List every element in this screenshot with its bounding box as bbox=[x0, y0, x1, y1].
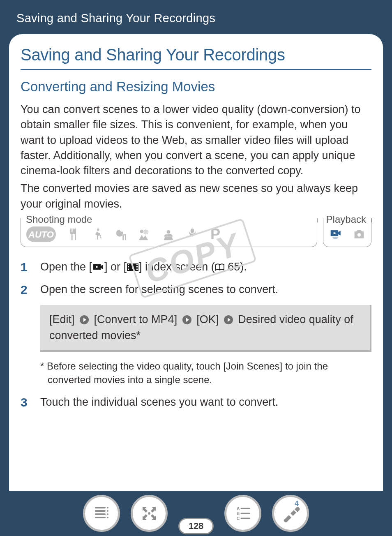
sub-heading: Converting and Resizing Movies bbox=[21, 79, 371, 95]
svg-point-28 bbox=[107, 507, 108, 508]
svg-rect-16 bbox=[136, 269, 138, 270]
fullscreen-button[interactable] bbox=[131, 495, 168, 532]
step-3: 3 Touch the individual scenes you want t… bbox=[21, 395, 371, 410]
page-body: COPY Saving and Sharing Your Recordings … bbox=[9, 34, 383, 536]
step1-ref[interactable]: 65). bbox=[225, 261, 247, 273]
book-ref-icon bbox=[215, 263, 225, 272]
arrow-icon bbox=[79, 315, 89, 325]
svg-point-30 bbox=[107, 513, 108, 515]
step-text: Open the screen for selecting scenes to … bbox=[40, 282, 371, 297]
arrow-icon bbox=[182, 315, 192, 325]
svg-point-32 bbox=[148, 512, 150, 515]
arrow-icon bbox=[224, 315, 233, 325]
toc-button[interactable] bbox=[83, 495, 120, 532]
night-scene-icon bbox=[114, 227, 128, 241]
svg-text:A: A bbox=[237, 506, 240, 511]
footnote: * Before selecting the video quality, to… bbox=[40, 359, 371, 386]
step1-mid: ] or [ bbox=[104, 261, 127, 273]
svg-text:B: B bbox=[237, 511, 240, 516]
movie-playback-icon bbox=[328, 227, 342, 241]
page-number-pill: 128 bbox=[178, 518, 214, 534]
snapshot-index-icon: ♪ bbox=[127, 263, 139, 272]
movie-index-icon bbox=[92, 263, 104, 272]
step-2: 2 Open the screen for selecting scenes t… bbox=[21, 282, 371, 298]
svg-text:♪: ♪ bbox=[131, 264, 134, 270]
svg-rect-14 bbox=[136, 266, 138, 267]
program-mode-icon: P bbox=[209, 226, 221, 243]
snow-icon bbox=[161, 227, 175, 241]
auto-mode-icon: AUTO bbox=[26, 226, 56, 243]
step-text: Touch the individual scenes you want to … bbox=[40, 395, 371, 410]
intro-paragraph-1: You can convert scenes to a lower video … bbox=[21, 102, 371, 178]
connector-badge: 4 bbox=[295, 499, 299, 508]
svg-rect-9 bbox=[128, 264, 129, 265]
index-button[interactable]: A B C bbox=[224, 495, 261, 532]
nav-seg-edit: [Edit] bbox=[49, 313, 75, 326]
svg-point-4 bbox=[167, 230, 171, 234]
svg-rect-13 bbox=[136, 264, 138, 265]
svg-rect-15 bbox=[136, 268, 138, 268]
step-number: 2 bbox=[21, 282, 32, 298]
svg-text:C: C bbox=[237, 516, 240, 521]
step-number: 3 bbox=[21, 395, 32, 410]
svg-point-29 bbox=[107, 510, 108, 512]
cutlery-icon bbox=[66, 227, 80, 241]
shooting-mode-box: Shooting mode AUTO P bbox=[21, 222, 317, 247]
navigation-path-panel: [Edit] [Convert to MP4] [OK] Desired vid… bbox=[40, 305, 371, 352]
step-list: 1 Open the [] or [♪] index screen ( 65).… bbox=[21, 259, 371, 410]
svg-rect-10 bbox=[128, 266, 129, 267]
nav-seg-convert: [Convert to MP4] bbox=[94, 313, 178, 326]
step-1: 1 Open the [] or [♪] index screen ( 65). bbox=[21, 259, 371, 275]
step1-pre: Open the [ bbox=[40, 261, 92, 273]
scene-icon bbox=[138, 227, 152, 241]
bottom-toolbar: 128 A B C 4 bbox=[0, 491, 392, 536]
main-heading: Saving and Sharing Your Recordings bbox=[21, 46, 371, 70]
connector-button[interactable]: 4 bbox=[272, 495, 309, 532]
mode-row: Shooting mode AUTO P bbox=[21, 222, 371, 247]
svg-rect-11 bbox=[128, 268, 129, 268]
nav-seg-ok: [OK] bbox=[196, 313, 219, 326]
svg-point-3 bbox=[140, 230, 144, 233]
svg-text:AUTO: AUTO bbox=[28, 229, 54, 240]
svg-point-31 bbox=[107, 517, 108, 518]
sports-icon bbox=[90, 227, 104, 241]
step-text: Open the [] or [♪] index screen ( 65). bbox=[40, 259, 371, 275]
macro-icon bbox=[185, 227, 199, 241]
svg-rect-12 bbox=[128, 269, 129, 270]
playback-label: Playback bbox=[324, 214, 369, 226]
shooting-mode-label: Shooting mode bbox=[23, 214, 95, 226]
svg-point-2 bbox=[97, 229, 99, 231]
intro-paragraph-2: The converted movies are saved as new sc… bbox=[21, 181, 371, 212]
chapter-title: Saving and Sharing Your Recordings bbox=[0, 0, 392, 34]
svg-point-6 bbox=[357, 233, 361, 237]
step1-posta: ] index screen ( bbox=[139, 261, 215, 273]
photo-playback-icon bbox=[352, 227, 366, 241]
step-number: 1 bbox=[21, 259, 32, 275]
playback-box: Playback bbox=[323, 222, 371, 247]
